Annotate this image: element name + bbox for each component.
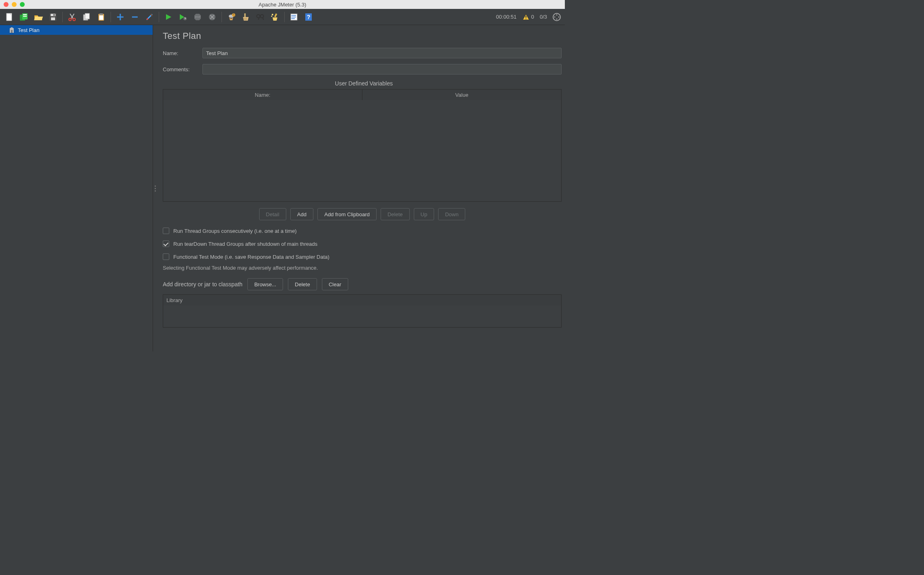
toolbar-separator bbox=[159, 12, 159, 22]
udv-col-name[interactable]: Name: bbox=[163, 89, 362, 100]
window-title: Apache JMeter (5.3) bbox=[259, 2, 307, 8]
svg-rect-16 bbox=[99, 15, 103, 20]
delete-classpath-button[interactable]: Delete bbox=[288, 278, 317, 290]
test-plan-tree[interactable]: Test Plan bbox=[0, 25, 153, 351]
svg-rect-63 bbox=[11, 30, 13, 33]
status-bar: 00:00:51 0 0/3 bbox=[496, 13, 561, 21]
name-input[interactable] bbox=[202, 48, 562, 58]
svg-point-38 bbox=[260, 15, 264, 18]
app-window: Apache JMeter (5.3) bbox=[0, 0, 565, 351]
clear-all-icon[interactable] bbox=[239, 11, 253, 23]
search-icon[interactable] bbox=[253, 11, 267, 23]
tree-node-label: Test Plan bbox=[18, 27, 39, 33]
svg-line-41 bbox=[263, 18, 264, 20]
detail-button[interactable]: Detail bbox=[259, 208, 286, 220]
svg-rect-15 bbox=[100, 13, 103, 15]
clear-icon[interactable] bbox=[224, 11, 238, 23]
checkbox-icon bbox=[163, 241, 169, 247]
panel-heading: Test Plan bbox=[163, 31, 565, 41]
udv-table[interactable]: Name: Value bbox=[163, 89, 562, 202]
udv-col-value[interactable]: Value bbox=[362, 89, 561, 100]
clear-classpath-button[interactable]: Clear bbox=[322, 278, 348, 290]
toolbar: STOP ? 00:00:51 0 bbox=[0, 9, 565, 25]
svg-point-37 bbox=[257, 15, 260, 18]
cut-icon[interactable] bbox=[65, 11, 79, 23]
classpath-row: Add directory or jar to classpath Browse… bbox=[163, 278, 565, 290]
svg-rect-8 bbox=[51, 17, 55, 20]
checkbox-icon bbox=[163, 228, 169, 234]
checkbox-icon bbox=[163, 253, 169, 260]
check-teardown[interactable]: Run tearDown Thread Groups after shutdow… bbox=[163, 241, 565, 247]
maximize-window-button[interactable] bbox=[20, 2, 25, 7]
minimize-window-button[interactable] bbox=[12, 2, 17, 7]
svg-marker-61 bbox=[558, 16, 560, 18]
library-header[interactable]: Library bbox=[163, 295, 561, 305]
check-functional[interactable]: Functional Test Mode (i.e. save Response… bbox=[163, 253, 565, 260]
save-icon[interactable] bbox=[46, 11, 60, 23]
main-split: Test Plan Test Plan Name: Comments: User… bbox=[0, 25, 565, 351]
svg-rect-7 bbox=[51, 14, 55, 16]
help-icon[interactable]: ? bbox=[302, 11, 315, 23]
svg-text:?: ? bbox=[307, 14, 311, 20]
editor-panel: Test Plan Name: Comments: User Defined V… bbox=[157, 25, 565, 351]
comments-label: Comments: bbox=[163, 66, 197, 72]
test-plan-icon bbox=[9, 27, 15, 33]
copy-icon[interactable] bbox=[80, 11, 94, 23]
classpath-label: Add directory or jar to classpath bbox=[163, 281, 243, 288]
svg-point-20 bbox=[147, 18, 148, 20]
delete-button[interactable]: Delete bbox=[381, 208, 410, 220]
svg-marker-58 bbox=[556, 14, 558, 15]
start-no-pauses-icon[interactable] bbox=[176, 11, 190, 23]
svg-rect-5 bbox=[23, 16, 27, 17]
start-icon[interactable] bbox=[162, 11, 175, 23]
new-icon[interactable] bbox=[2, 11, 16, 23]
svg-point-44 bbox=[271, 15, 273, 17]
collapse-all-icon[interactable] bbox=[128, 11, 142, 23]
elapsed-time: 00:00:51 bbox=[496, 14, 517, 20]
library-table[interactable]: Library bbox=[163, 294, 562, 328]
toolbar-separator bbox=[62, 12, 63, 22]
shutdown-icon[interactable] bbox=[205, 11, 219, 23]
toolbar-separator bbox=[284, 12, 285, 22]
titlebar: Apache JMeter (5.3) bbox=[0, 0, 565, 9]
udv-body[interactable] bbox=[163, 100, 561, 201]
svg-point-50 bbox=[291, 17, 292, 17]
svg-point-43 bbox=[272, 14, 273, 15]
check-consecutive[interactable]: Run Thread Groups consecutively (i.e. on… bbox=[163, 228, 565, 234]
toolbar-separator bbox=[111, 12, 111, 22]
window-controls bbox=[4, 2, 25, 7]
warning-icon bbox=[522, 14, 530, 20]
svg-rect-42 bbox=[274, 13, 277, 17]
function-helper-icon[interactable] bbox=[287, 11, 301, 23]
svg-point-51 bbox=[291, 18, 292, 19]
svg-rect-33 bbox=[244, 13, 246, 17]
svg-rect-4 bbox=[23, 14, 27, 15]
toolbar-separator bbox=[221, 12, 222, 22]
svg-marker-60 bbox=[554, 16, 555, 18]
warning-indicator[interactable]: 0 bbox=[522, 14, 534, 20]
close-window-button[interactable] bbox=[4, 2, 9, 7]
expand-icon[interactable] bbox=[553, 13, 561, 21]
templates-icon[interactable] bbox=[17, 11, 31, 23]
toggle-icon[interactable] bbox=[143, 11, 156, 23]
reset-search-icon[interactable] bbox=[268, 11, 282, 23]
down-button[interactable]: Down bbox=[438, 208, 465, 220]
expand-all-icon[interactable] bbox=[113, 11, 127, 23]
svg-marker-21 bbox=[166, 14, 171, 20]
svg-marker-59 bbox=[556, 19, 558, 20]
functional-note: Selecting Functional Test Mode may adver… bbox=[163, 265, 565, 271]
library-body[interactable] bbox=[163, 305, 561, 327]
browse-button[interactable]: Browse... bbox=[247, 278, 283, 290]
add-from-clipboard-button[interactable]: Add from Clipboard bbox=[317, 208, 377, 220]
udv-buttons: Detail Add Add from Clipboard Delete Up … bbox=[163, 208, 565, 220]
paste-icon[interactable] bbox=[94, 11, 108, 23]
udv-title: User Defined Variables bbox=[163, 80, 565, 87]
add-button[interactable]: Add bbox=[290, 208, 313, 220]
svg-text:STOP: STOP bbox=[195, 16, 200, 18]
open-icon[interactable] bbox=[32, 11, 45, 23]
comments-input[interactable] bbox=[202, 64, 562, 75]
tree-node-test-plan[interactable]: Test Plan bbox=[0, 25, 153, 35]
split-drag-handle[interactable] bbox=[153, 25, 157, 351]
stop-icon[interactable]: STOP bbox=[191, 11, 204, 23]
up-button[interactable]: Up bbox=[414, 208, 434, 220]
